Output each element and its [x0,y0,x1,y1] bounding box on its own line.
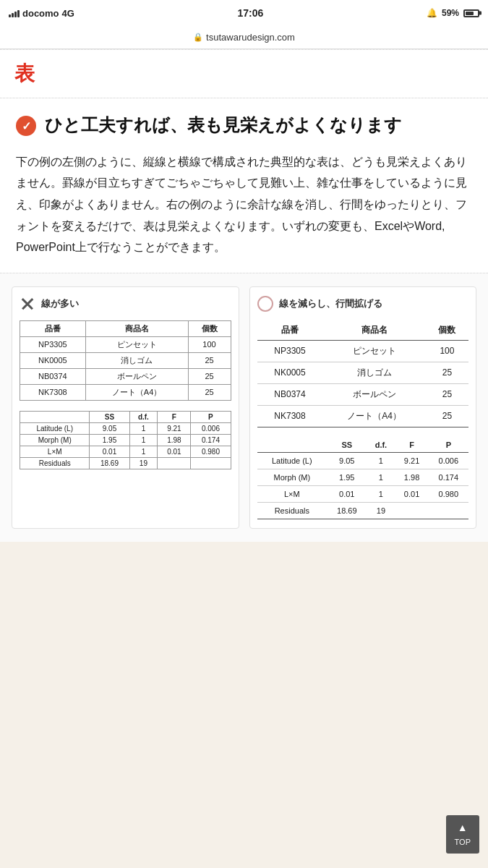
bad-t2-r3c1: 0.01 [90,446,129,457]
good-t1-r1c1: NP3305 [257,340,323,362]
bad-t1-r4c1: NK7308 [20,384,86,400]
bad-t2-r3c2: 1 [129,446,158,457]
bad-t2-row-3: L×M 0.01 1 0.01 0.980 [20,446,231,457]
good-t1-row-3: NB0374 ボールペン 25 [257,383,469,405]
battery-fill [466,12,474,15]
bad-t1-r1c3: 100 [188,336,231,352]
bad-t2-h4: P [191,411,231,422]
good-t2-r3c1: 0.01 [327,485,367,502]
good-t1-r4c2: ノート（A4） [322,405,425,427]
good-t1-h3: 個数 [426,320,468,341]
bad-t2-r2c4: 0.174 [191,434,231,446]
good-t2-r1c0: Latitude (L) [257,452,328,469]
top-button-arrow: ▲ [455,821,471,835]
good-t2-row-3: L×M 0.01 1 0.01 0.980 [257,485,469,502]
status-left: docomo 4G [9,8,74,19]
url-bar-inner: 🔒 tsutawarudesign.com [193,32,295,43]
good-t1-r3c1: NB0374 [257,383,323,405]
network-label: 4G [62,8,74,19]
bad-example-header: 線が多い [20,296,231,312]
bad-t1-row-4: NK7308 ノート（A4） 25 [20,384,231,400]
good-t2-h0 [257,438,328,453]
alarm-icon: 🔔 [427,8,437,18]
bad-t2-r1c2: 1 [129,422,158,434]
good-t2-r1c2: 1 [367,452,395,469]
bad-t2-row-2: Morph (M) 1.95 1 1.98 0.174 [20,434,231,446]
good-t1-r1c3: 100 [426,340,468,362]
bad-t2-h3: F [158,411,191,422]
signal-bar-4 [17,10,20,17]
good-t2-h3: F [395,438,428,453]
url-bar[interactable]: 🔒 tsutawarudesign.com [0,26,488,49]
signal-bar-3 [14,12,17,17]
bad-t1-h3: 個数 [188,320,231,336]
good-t2-r3c2: 1 [367,485,395,502]
good-table-1: 品番 商品名 個数 NP3305 ピンセット 100 NK0005 消しゴム 2… [257,320,469,427]
bad-t1-r3c2: ボールペン [85,368,188,384]
bad-t1-r2c3: 25 [188,352,231,368]
bad-t2-r2c1: 1.95 [90,434,129,446]
bad-t2-h0 [20,411,90,422]
status-bar: docomo 4G 17:06 🔔 59% [0,0,488,26]
good-t2-row-1: Latitude (L) 9.05 1 9.21 0.006 [257,452,469,469]
article-body: 下の例の左側のように、縦線と横線で構成された典型的な表は、どうも見栄えよくありま… [16,151,472,258]
status-right: 🔔 59% [427,8,479,18]
status-time: 17:06 [238,7,264,19]
good-t1-r2c1: NK0005 [257,362,323,383]
good-t2-r4c4 [429,502,468,519]
bad-table-2: SS d.f. F P Latitude (L) 9.05 1 9.21 0.0… [20,411,231,469]
top-button-label: TOP [455,838,471,846]
good-t1-r2c3: 25 [426,362,468,383]
bad-t2-r1c3: 9.21 [158,422,191,434]
good-t1-h1: 品番 [257,320,323,341]
article-section: ひと工夫すれば、表も見栄えがよくなります 下の例の左側のように、縦線と横線で構成… [0,98,488,273]
signal-bar-1 [9,14,11,17]
good-t1-r2c2: 消しゴム [322,362,425,383]
good-t2-r3c0: L×M [257,485,328,502]
bad-t1-h1: 品番 [20,320,86,336]
good-t2-row-2: Morph (M) 1.95 1 1.98 0.174 [257,469,469,485]
bad-t1-r1c2: ピンセット [85,336,188,352]
article-heading: ひと工夫すれば、表も見栄えがよくなります [16,113,472,138]
bad-t2-r4c2: 19 [129,457,158,469]
bad-t2-h1: SS [90,411,129,422]
good-t1-r4c3: 25 [426,405,468,427]
good-t2-r4c0: Residuals [257,502,328,519]
bad-example-label: 線が多い [41,297,79,310]
bad-t2-r1c4: 0.006 [191,422,231,434]
signal-bars [9,9,20,17]
good-t1-row-1: NP3305 ピンセット 100 [257,340,469,362]
good-t2-r3c4: 0.980 [429,485,468,502]
good-t2-r4c3 [395,502,428,519]
page-content: 表 ひと工夫すれば、表も見栄えがよくなります 下の例の左側のように、縦線と横線で… [0,49,488,542]
bad-t1-r2c1: NK0005 [20,352,86,368]
top-button[interactable]: ▲ TOP [446,815,479,854]
bad-t2-r4c4 [191,457,231,469]
bad-t2-r1c1: 9.05 [90,422,129,434]
good-t2-r2c2: 1 [367,469,395,485]
bad-t1-r4c3: 25 [188,384,231,400]
examples-section: 線が多い 品番 商品名 個数 NP3305 ピンセット 100 [0,273,488,542]
bad-table-1: 品番 商品名 個数 NP3305 ピンセット 100 NK0005 消しゴム 2… [20,320,231,401]
bad-t1-row-2: NK0005 消しゴム 25 [20,352,231,368]
good-t1-r3c3: 25 [426,383,468,405]
good-example-label: 線を減らし、行間拡げる [279,297,382,310]
good-example-box: 線を減らし、行間拡げる 品番 商品名 個数 NP3305 ピンセット 100 [249,286,477,529]
good-t2-r2c4: 0.174 [429,469,468,485]
good-t1-row-2: NK0005 消しゴム 25 [257,362,469,383]
good-t2-r2c3: 1.98 [395,469,428,485]
bad-t2-r3c4: 0.980 [191,446,231,457]
bad-t2-r4c0: Residuals [20,457,90,469]
circle-icon [257,296,273,312]
article-heading-text: ひと工夫すれば、表も見栄えがよくなります [45,113,402,138]
bad-t1-r2c2: 消しゴム [85,352,188,368]
good-t2-r1c4: 0.006 [429,452,468,469]
bad-t2-r3c0: L×M [20,446,90,457]
good-t2-r4c1: 18.69 [327,502,367,519]
good-t2-r2c0: Morph (M) [257,469,328,485]
bad-t2-row-1: Latitude (L) 9.05 1 9.21 0.006 [20,422,231,434]
good-t2-r1c3: 9.21 [395,452,428,469]
good-example-header: 線を減らし、行間拡げる [257,296,469,312]
bad-t2-r1c0: Latitude (L) [20,422,90,434]
good-t2-h1: SS [327,438,367,453]
